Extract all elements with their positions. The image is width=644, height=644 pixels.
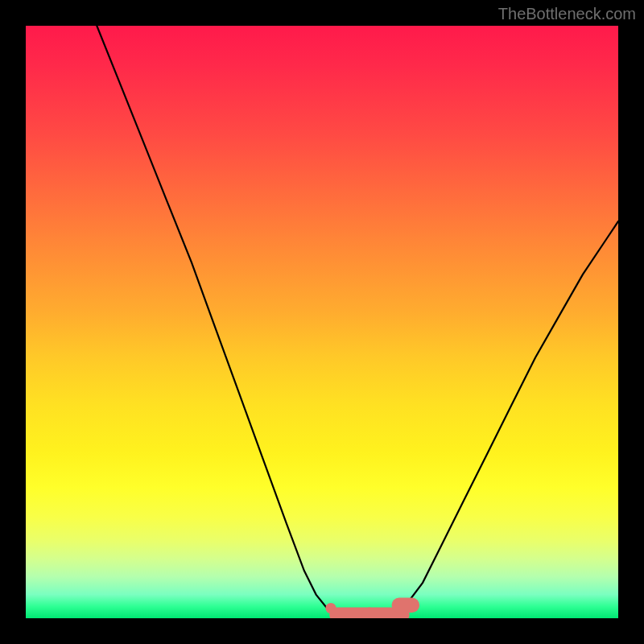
curves-group [97,26,618,617]
watermark-text: TheBottleneck.com [498,5,636,23]
curve-left [97,26,333,615]
curve-right [393,221,618,615]
chart-frame: TheBottleneck.com [0,0,644,644]
markers-group [325,603,412,615]
plot-area [26,26,618,618]
chart-svg [26,26,618,618]
